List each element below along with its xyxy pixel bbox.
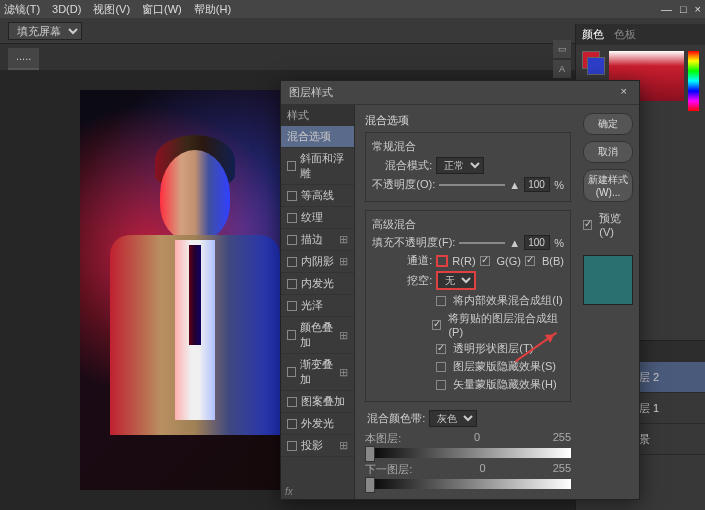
under-layer-slider[interactable]	[365, 479, 571, 489]
style-label: 斜面和浮雕	[300, 151, 348, 181]
channel-r-checkbox[interactable]	[436, 255, 448, 267]
color-panel-header: 颜色 色板	[576, 24, 705, 45]
style-checkbox[interactable]	[287, 213, 297, 223]
transparency-shape-checkbox[interactable]	[436, 344, 446, 354]
add-icon[interactable]: ⊞	[339, 439, 348, 452]
new-style-button[interactable]: 新建样式(W)...	[583, 169, 633, 202]
style-list-header: 样式	[281, 105, 354, 126]
knockout-label: 挖空:	[372, 273, 432, 288]
style-checkbox[interactable]	[287, 419, 297, 429]
menu-view[interactable]: 视图(V)	[93, 2, 130, 17]
layer-mask-hide-checkbox[interactable]	[436, 362, 446, 372]
this-layer-slider[interactable]	[365, 448, 571, 458]
style-item[interactable]: 光泽	[281, 295, 354, 317]
style-item[interactable]: 纹理	[281, 207, 354, 229]
opacity-label: 不透明度(O):	[372, 177, 435, 192]
add-icon[interactable]: ⊞	[339, 366, 348, 379]
fill-opacity-input[interactable]	[524, 235, 550, 250]
preview-swatch	[583, 255, 633, 305]
add-icon[interactable]: ⊞	[339, 329, 348, 342]
close-icon[interactable]: ×	[695, 3, 701, 15]
style-item[interactable]: 斜面和浮雕	[281, 148, 354, 185]
menu-filter[interactable]: 滤镜(T)	[4, 2, 40, 17]
style-checkbox[interactable]	[287, 257, 297, 267]
color-swatch[interactable]	[582, 51, 605, 75]
menu-window[interactable]: 窗口(W)	[142, 2, 182, 17]
add-icon[interactable]: ⊞	[339, 233, 348, 246]
style-item[interactable]: 投影⊞	[281, 435, 354, 457]
fx-label: fx	[285, 486, 293, 497]
blend-interior-checkbox[interactable]	[436, 296, 446, 306]
subsection-label: 高级混合	[372, 217, 564, 232]
style-item[interactable]: 内阴影⊞	[281, 251, 354, 273]
preview-checkbox[interactable]	[583, 220, 592, 230]
color-tab[interactable]: 颜色	[582, 27, 604, 42]
style-label: 混合选项	[287, 129, 331, 144]
style-item[interactable]: 描边⊞	[281, 229, 354, 251]
dialog-title: 图层样式	[289, 85, 333, 100]
style-item[interactable]: 渐变叠加⊞	[281, 354, 354, 391]
minimize-icon[interactable]: —	[661, 3, 672, 15]
dialog-buttons: 确定 取消 新建样式(W)... 预览(V)	[577, 105, 639, 499]
style-label: 投影	[301, 438, 323, 453]
style-item[interactable]: 等高线	[281, 185, 354, 207]
tool-icon[interactable]: A	[553, 60, 571, 78]
style-checkbox[interactable]	[287, 397, 297, 407]
swatches-tab[interactable]: 色板	[614, 27, 636, 42]
menubar: 滤镜(T) 3D(D) 视图(V) 窗口(W) 帮助(H) — □ ×	[0, 0, 705, 18]
subsection-label: 常规混合	[372, 139, 564, 154]
fit-mode-select[interactable]: 填充屏幕	[8, 22, 82, 40]
style-label: 内阴影	[301, 254, 334, 269]
blend-mode-select[interactable]: 正常	[436, 157, 484, 174]
tool-icon[interactable]: ▭	[553, 40, 571, 58]
blendif-label: 混合颜色带:	[365, 411, 425, 426]
menu-3d[interactable]: 3D(D)	[52, 3, 81, 15]
style-label: 光泽	[301, 298, 323, 313]
channels-label: 通道:	[372, 253, 432, 268]
knockout-select[interactable]: 无	[436, 271, 476, 290]
opacity-input[interactable]	[524, 177, 550, 192]
cancel-button[interactable]: 取消	[583, 141, 633, 163]
style-checkbox[interactable]	[287, 235, 297, 245]
channel-b-checkbox[interactable]	[525, 256, 535, 266]
canvas[interactable]	[80, 90, 310, 490]
style-checkbox[interactable]	[287, 279, 297, 289]
maximize-icon[interactable]: □	[680, 3, 687, 15]
fill-opacity-label: 填充不透明度(F):	[372, 235, 455, 250]
style-label: 纹理	[301, 210, 323, 225]
style-checkbox[interactable]	[287, 330, 296, 340]
opacity-slider[interactable]	[439, 184, 505, 186]
dialog-close-icon[interactable]: ×	[617, 85, 631, 100]
style-checkbox[interactable]	[287, 191, 297, 201]
ok-button[interactable]: 确定	[583, 113, 633, 135]
dialog-titlebar[interactable]: 图层样式 ×	[281, 81, 639, 105]
style-checkbox[interactable]	[287, 301, 297, 311]
style-label: 内发光	[301, 276, 334, 291]
style-label: 图案叠加	[301, 394, 345, 409]
fill-slider[interactable]	[459, 242, 505, 244]
style-checkbox[interactable]	[287, 441, 297, 451]
hue-spectrum[interactable]	[688, 51, 699, 111]
style-item[interactable]: 颜色叠加⊞	[281, 317, 354, 354]
blendif-select[interactable]: 灰色	[429, 410, 477, 427]
menu-help[interactable]: 帮助(H)	[194, 2, 231, 17]
layer-style-dialog: 图层样式 × 样式 混合选项斜面和浮雕等高线纹理描边⊞内阴影⊞内发光光泽颜色叠加…	[280, 80, 640, 500]
style-item[interactable]: 内发光	[281, 273, 354, 295]
vector-mask-hide-checkbox[interactable]	[436, 380, 446, 390]
style-label: 描边	[301, 232, 323, 247]
style-item[interactable]: 混合选项	[281, 126, 354, 148]
section-title: 混合选项	[365, 113, 571, 128]
channel-g-checkbox[interactable]	[480, 256, 490, 266]
blend-mode-label: 混合模式:	[372, 158, 432, 173]
style-list: 样式 混合选项斜面和浮雕等高线纹理描边⊞内阴影⊞内发光光泽颜色叠加⊞渐变叠加⊞图…	[281, 105, 355, 499]
document-tab[interactable]: .....	[8, 48, 39, 70]
blend-clipped-checkbox[interactable]	[432, 320, 441, 330]
style-item[interactable]: 外发光	[281, 413, 354, 435]
style-checkbox[interactable]	[287, 161, 296, 171]
window-controls: — □ ×	[661, 3, 701, 15]
image-content	[100, 120, 290, 490]
add-icon[interactable]: ⊞	[339, 255, 348, 268]
style-label: 渐变叠加	[300, 357, 336, 387]
style-checkbox[interactable]	[287, 367, 296, 377]
style-item[interactable]: 图案叠加	[281, 391, 354, 413]
